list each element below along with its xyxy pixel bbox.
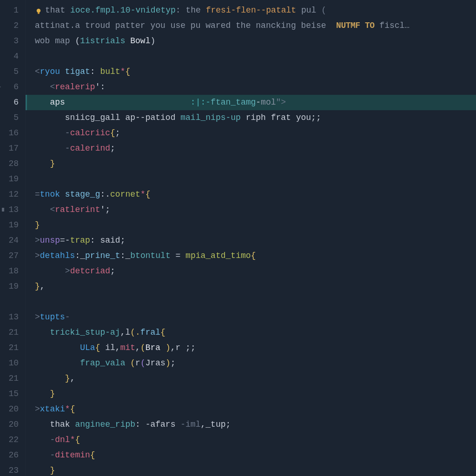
line-number[interactable]: 4 bbox=[0, 49, 19, 64]
line-number[interactable] bbox=[0, 294, 19, 310]
line-number-gutter[interactable]: 123456▸651617281912131924271819132121102… bbox=[0, 0, 26, 476]
code-token: stage_g bbox=[65, 190, 100, 199]
code-line[interactable]: <ratlerint'; bbox=[35, 202, 476, 218]
code-token: ) bbox=[165, 343, 171, 352]
code-line[interactable]: >detcriad; bbox=[35, 264, 476, 279]
code-token: , bbox=[115, 343, 120, 352]
code-line[interactable]: wob map (1istrials Bowl) bbox=[35, 33, 476, 49]
line-number[interactable]: 21 bbox=[0, 340, 19, 356]
code-line[interactable]: frap_vala (r(Jras); bbox=[35, 356, 476, 371]
code-token: { bbox=[160, 328, 165, 337]
code-line[interactable] bbox=[35, 294, 476, 310]
code-token: prine_t bbox=[85, 251, 120, 260]
code-token: ; bbox=[316, 113, 321, 122]
line-number[interactable]: 22 bbox=[0, 432, 19, 448]
line-number[interactable]: 24 bbox=[0, 233, 19, 248]
code-token: frap_vala bbox=[80, 358, 130, 368]
code-token: that bbox=[45, 6, 70, 15]
code-token: } bbox=[50, 389, 55, 398]
code-line[interactable]: aps :|:-ftan_tamg-mol"> bbox=[26, 95, 476, 110]
line-number[interactable]: 5 bbox=[0, 110, 19, 126]
line-number[interactable]: 19 bbox=[0, 218, 19, 233]
code-line[interactable]: -calcriic{; bbox=[35, 126, 476, 141]
code-token: Bra bbox=[145, 343, 165, 352]
line-number[interactable]: 17 bbox=[0, 141, 19, 156]
code-token: "> bbox=[276, 98, 286, 107]
code-line[interactable] bbox=[35, 49, 476, 64]
code-token: ( bbox=[321, 6, 326, 15]
code-line[interactable]: >unsp=-trap: said; bbox=[35, 233, 476, 248]
line-number[interactable]: 6 bbox=[0, 95, 19, 110]
code-token: - bbox=[50, 450, 55, 460]
code-area[interactable]: that ioce.fmpl.10-vnidetyp: the fresi-fl… bbox=[26, 0, 476, 476]
line-number[interactable]: 5 bbox=[0, 64, 19, 79]
line-number[interactable]: 6▸ bbox=[0, 79, 19, 95]
line-number[interactable]: 13 bbox=[0, 202, 19, 218]
code-line[interactable]: sniicg_gall ap--patiod mail_nips-up riph… bbox=[35, 110, 476, 126]
line-number[interactable]: 21 bbox=[0, 325, 19, 340]
code-line[interactable]: } bbox=[35, 156, 476, 172]
code-line[interactable]: attinat.a troud patter you use pu wared … bbox=[35, 18, 476, 33]
line-number[interactable]: 27 bbox=[0, 248, 19, 264]
code-token: < bbox=[50, 82, 55, 92]
line-number[interactable]: 2 bbox=[0, 18, 19, 33]
svg-point-0 bbox=[37, 9, 40, 13]
code-token: xtaki bbox=[40, 404, 65, 414]
code-line[interactable]: =tnok stage_g:.cornet*{ bbox=[35, 187, 476, 202]
code-line[interactable]: } bbox=[35, 218, 476, 233]
gutter-mark-icon bbox=[2, 208, 4, 212]
code-token: = bbox=[171, 251, 185, 260]
line-number[interactable]: 13 bbox=[0, 310, 19, 325]
code-line[interactable]: >xtaki*{ bbox=[35, 402, 476, 417]
line-number[interactable]: 28 bbox=[0, 156, 19, 172]
code-token: tigat bbox=[65, 67, 90, 76]
code-token: ( bbox=[140, 358, 145, 368]
code-token: :. bbox=[100, 190, 110, 199]
svg-rect-1 bbox=[38, 13, 40, 14]
line-number[interactable]: 16 bbox=[0, 126, 19, 141]
line-number[interactable]: 26 bbox=[0, 448, 19, 463]
code-line[interactable]: thak anginee_ripb: -afars -iml,_tup; bbox=[35, 417, 476, 432]
code-line[interactable]: } bbox=[35, 463, 476, 476]
code-line[interactable]: }, bbox=[35, 371, 476, 386]
line-number[interactable]: 15 bbox=[0, 386, 19, 402]
code-line[interactable]: tricki_stup-aj,l(.fral{ bbox=[35, 325, 476, 340]
line-number[interactable]: 1 bbox=[0, 3, 19, 18]
line-number[interactable]: 18 bbox=[0, 264, 19, 279]
code-line[interactable]: <realerip': bbox=[35, 79, 476, 95]
code-line[interactable]: that ioce.fmpl.10-vnidetyp: the fresi-fl… bbox=[35, 3, 476, 18]
code-token: ,r ; bbox=[171, 343, 191, 352]
code-line[interactable]: -dnl*{ bbox=[35, 432, 476, 448]
line-number[interactable]: 20 bbox=[0, 402, 19, 417]
code-token: ; bbox=[171, 358, 176, 368]
code-line[interactable] bbox=[35, 172, 476, 187]
line-number[interactable]: 21 bbox=[0, 371, 19, 386]
code-token: mail_nips-up bbox=[180, 113, 241, 122]
code-token: } bbox=[35, 282, 40, 291]
fold-caret-icon[interactable]: ▸ bbox=[0, 79, 1, 95]
code-token: } bbox=[35, 220, 40, 230]
code-editor: 123456▸651617281912131924271819132121102… bbox=[0, 0, 476, 476]
line-number[interactable]: 12 bbox=[0, 187, 19, 202]
code-token: ryou bbox=[40, 67, 65, 76]
code-token: * bbox=[70, 435, 75, 444]
line-number[interactable]: 23 bbox=[0, 463, 19, 476]
code-line[interactable]: } bbox=[35, 386, 476, 402]
line-number[interactable]: 19 bbox=[0, 279, 19, 294]
code-token: tupts bbox=[40, 312, 65, 322]
code-line[interactable]: ULa{ il,mit,(Bra ),r ;; bbox=[35, 340, 476, 356]
code-token: r bbox=[135, 358, 140, 368]
code-token: wob map bbox=[35, 36, 75, 46]
line-number[interactable]: 3 bbox=[0, 33, 19, 49]
code-line[interactable]: }, bbox=[35, 279, 476, 294]
code-token: ; bbox=[191, 343, 196, 352]
code-line[interactable]: >detahls:_prine_t:_btontult = mpia_atd_t… bbox=[35, 248, 476, 264]
line-number[interactable]: 19 bbox=[0, 172, 19, 187]
code-line[interactable]: >tupts- bbox=[35, 310, 476, 325]
line-number[interactable]: 10 bbox=[0, 356, 19, 371]
code-line[interactable]: <ryou tigat: bult*{ bbox=[35, 64, 476, 79]
lightbulb-icon[interactable] bbox=[35, 6, 42, 13]
code-line[interactable]: -calerind; bbox=[35, 141, 476, 156]
code-line[interactable]: -ditemin{ bbox=[35, 448, 476, 463]
line-number[interactable]: 20 bbox=[0, 417, 19, 432]
